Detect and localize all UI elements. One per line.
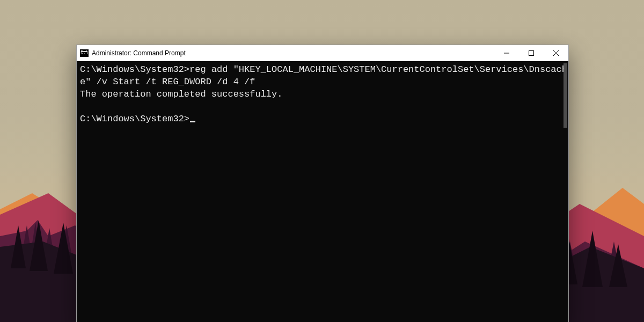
response-text: The operation completed successfully.: [80, 89, 282, 99]
scrollbar-thumb[interactable]: [564, 63, 567, 128]
cmd-icon: [80, 49, 89, 57]
cursor: [190, 121, 195, 122]
maximize-button[interactable]: [519, 45, 544, 61]
minimize-button[interactable]: [494, 45, 519, 61]
terminal-area[interactable]: C:\Windows\System32>reg add "HKEY_LOCAL_…: [77, 61, 568, 322]
svg-rect-0: [529, 51, 534, 56]
window-title: Administrator: Command Prompt: [92, 49, 186, 57]
titlebar[interactable]: Administrator: Command Prompt: [77, 45, 568, 62]
desktop: Administrator: Command Prompt C:\Windows…: [0, 0, 644, 322]
command-prompt-window: Administrator: Command Prompt C:\Windows…: [76, 45, 569, 322]
prompt: C:\Windows\System32>: [80, 114, 189, 124]
prompt: C:\Windows\System32>: [80, 64, 189, 75]
close-button[interactable]: [544, 45, 568, 61]
